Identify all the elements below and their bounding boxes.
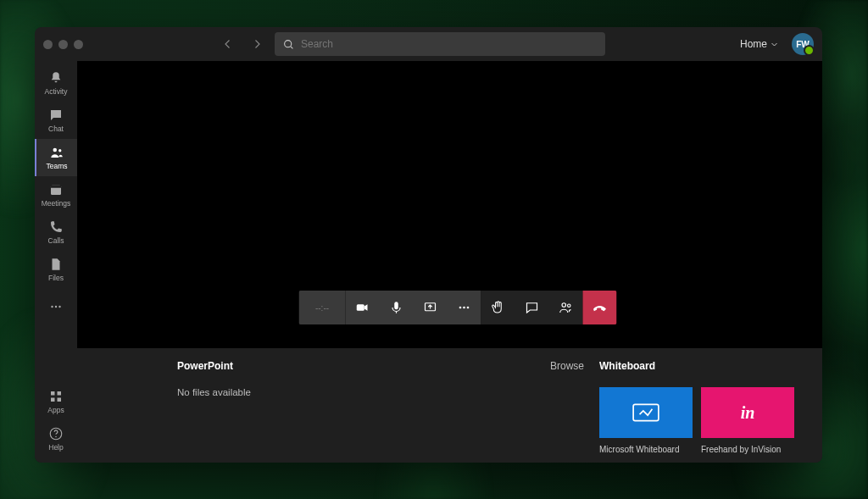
whiteboard-title: Whiteboard [599, 360, 794, 372]
ellipsis-icon [48, 299, 64, 314]
svg-rect-8 [51, 391, 55, 396]
raise-hand-button[interactable] [481, 291, 515, 324]
file-icon [48, 257, 64, 272]
whiteboard-tile-microsoft[interactable]: Microsoft Whiteboard [599, 387, 693, 454]
meeting-duration: --:-- [299, 291, 346, 324]
svg-point-2 [58, 149, 61, 152]
window-controls [43, 40, 83, 49]
zoom-icon[interactable] [74, 40, 83, 49]
show-participants-button[interactable] [549, 291, 583, 324]
meeting-controls: --:-- [299, 291, 617, 324]
rail-label: Apps [47, 406, 64, 414]
rail-label: Files [48, 274, 64, 282]
window-body: Activity Chat Teams Meetings Calls Files [35, 61, 822, 463]
whiteboard-tile-invision[interactable]: in Freehand by InVision [701, 387, 794, 454]
rail-activity[interactable]: Activity [35, 64, 77, 102]
rail-more[interactable] [35, 288, 77, 325]
svg-point-17 [459, 307, 462, 309]
more-actions-button[interactable] [448, 291, 481, 324]
svg-rect-4 [51, 186, 61, 188]
svg-point-20 [562, 303, 566, 308]
svg-rect-14 [357, 304, 364, 311]
svg-point-13 [55, 436, 57, 438]
camera-button[interactable] [346, 291, 380, 324]
minimize-icon[interactable] [58, 40, 68, 49]
hangup-icon [592, 299, 609, 316]
rail-label: Chat [48, 125, 64, 133]
hand-icon [491, 300, 506, 315]
rail-label: Activity [45, 87, 68, 96]
svg-point-7 [58, 306, 60, 308]
teams-window: Home FW Activity Chat Teams Meetings [35, 27, 822, 463]
close-icon[interactable] [43, 40, 53, 49]
calendar-icon [48, 182, 64, 197]
show-chat-button[interactable] [515, 291, 549, 324]
powerpoint-section: PowerPoint Browse No files available [177, 360, 584, 454]
rail-chat[interactable]: Chat [35, 102, 77, 139]
avatar[interactable]: FW [792, 33, 814, 55]
help-icon [48, 426, 64, 441]
browse-link[interactable]: Browse [550, 360, 584, 372]
org-label: Home [740, 38, 767, 50]
svg-rect-15 [394, 302, 398, 309]
invision-thumb: in [701, 387, 794, 438]
svg-rect-10 [51, 398, 55, 402]
apps-icon [48, 389, 64, 404]
svg-rect-11 [58, 398, 62, 402]
app-rail: Activity Chat Teams Meetings Calls Files [35, 61, 77, 463]
no-files-text: No files available [177, 387, 584, 397]
rail-help[interactable]: Help [35, 420, 77, 457]
share-icon [423, 300, 438, 315]
svg-point-19 [467, 307, 470, 309]
invision-icon: in [741, 403, 755, 423]
main-area: --:-- [77, 61, 822, 463]
svg-rect-9 [58, 391, 62, 396]
camera-icon [355, 300, 370, 315]
share-tray: PowerPoint Browse No files available Whi… [77, 348, 822, 463]
rail-files[interactable]: Files [35, 251, 77, 288]
whiteboard-thumb [599, 387, 693, 438]
search-icon [283, 39, 294, 50]
org-switcher[interactable]: Home [740, 38, 778, 50]
rail-meetings[interactable]: Meetings [35, 176, 77, 213]
rail-label: Help [48, 443, 63, 452]
chat-icon [48, 108, 64, 123]
rail-label: Calls [48, 236, 64, 245]
titlebar: Home FW [35, 27, 822, 61]
share-button[interactable] [414, 291, 448, 324]
svg-point-5 [51, 306, 53, 308]
svg-point-21 [568, 304, 570, 307]
rail-teams[interactable]: Teams [35, 139, 77, 176]
powerpoint-title: PowerPoint [177, 360, 233, 372]
rail-calls[interactable]: Calls [35, 213, 77, 251]
rail-apps[interactable]: Apps [35, 383, 77, 420]
rail-label: Meetings [42, 199, 71, 208]
video-stage: --:-- [77, 61, 822, 348]
whiteboard-caption: Microsoft Whiteboard [599, 445, 693, 454]
teams-icon [49, 145, 64, 160]
whiteboard-caption: Freehand by InVision [701, 445, 794, 454]
rail-label: Teams [46, 162, 67, 170]
mic-icon [389, 300, 404, 315]
back-button[interactable] [217, 33, 239, 55]
svg-point-1 [53, 148, 58, 152]
svg-point-6 [55, 306, 57, 308]
whiteboard-section: Whiteboard Microsoft Whiteboard in [599, 360, 794, 454]
search-box[interactable] [275, 32, 605, 56]
hang-up-button[interactable] [583, 291, 617, 324]
ellipsis-icon [457, 300, 472, 315]
bell-icon [48, 70, 64, 86]
forward-button[interactable] [246, 33, 268, 55]
svg-point-0 [285, 40, 292, 47]
svg-point-18 [463, 307, 465, 309]
avatar-initials: FW [796, 40, 810, 49]
mic-button[interactable] [380, 291, 414, 324]
search-input[interactable] [301, 38, 597, 50]
chevron-down-icon [771, 41, 778, 48]
whiteboard-icon [632, 402, 660, 424]
phone-icon [48, 219, 64, 235]
chat-icon [525, 300, 540, 315]
people-icon [559, 300, 574, 315]
